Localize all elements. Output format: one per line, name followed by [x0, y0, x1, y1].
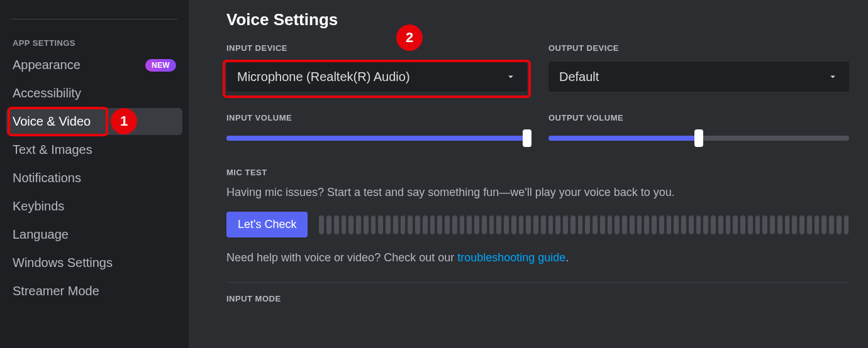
sidebar-section-header: APP SETTINGS	[6, 38, 182, 52]
sidebar-item-label: Accessibility	[13, 86, 176, 101]
output-volume-col: OUTPUT VOLUME	[548, 113, 849, 145]
output-device-value: Default	[559, 70, 827, 84]
sidebar-item-label: Notifications	[13, 171, 176, 185]
meter-bar	[326, 215, 331, 234]
meter-bar	[319, 215, 324, 234]
input-device-label: INPUT DEVICE	[226, 43, 527, 53]
output-device-select[interactable]: Default	[548, 62, 849, 92]
meter-bar	[437, 215, 442, 234]
meter-bar	[452, 215, 457, 234]
meter-bar	[799, 215, 804, 234]
meter-bar	[689, 215, 694, 234]
sidebar-item-text-images[interactable]: Text & Images	[6, 136, 182, 163]
meter-bar	[593, 215, 598, 234]
help-suffix: .	[565, 251, 569, 264]
troubleshooting-link[interactable]: troubleshooting guide	[457, 251, 565, 264]
sidebar-item-label: Voice & Video	[13, 114, 176, 129]
meter-bar	[726, 215, 731, 234]
meter-bar	[652, 215, 657, 234]
sidebar-item-streamer-mode[interactable]: Streamer Mode	[6, 278, 182, 305]
meter-bar	[348, 215, 353, 234]
meter-bar	[674, 215, 679, 234]
meter-bar	[837, 215, 842, 234]
output-volume-slider[interactable]	[548, 131, 849, 145]
meter-bar	[770, 215, 775, 234]
sidebar-item-voice-video[interactable]: Voice & Video 1	[6, 108, 182, 135]
sidebar-item-language[interactable]: Language	[6, 221, 182, 248]
meter-bar	[659, 215, 664, 234]
chevron-down-icon	[505, 71, 516, 82]
input-device-col: INPUT DEVICE Microphone (Realtek(R) Audi…	[226, 43, 527, 92]
meter-bar	[667, 215, 672, 234]
meter-bar	[703, 215, 708, 234]
sidebar: APP SETTINGS Appearance NEW Accessibilit…	[0, 0, 189, 348]
meter-bar	[755, 215, 760, 234]
meter-bar	[733, 215, 738, 234]
sidebar-item-accessibility[interactable]: Accessibility	[6, 80, 182, 107]
input-mode-label: INPUT MODE	[226, 294, 849, 303]
section-divider	[226, 282, 849, 283]
meter-bar	[401, 215, 406, 234]
slider-thumb[interactable]	[523, 129, 531, 147]
meter-bar	[519, 215, 524, 234]
meter-bar	[342, 215, 347, 234]
sidebar-item-windows-settings[interactable]: Windows Settings	[6, 249, 182, 276]
meter-bar	[777, 215, 782, 234]
meter-bar	[615, 215, 620, 234]
input-volume-slider[interactable]	[226, 131, 527, 145]
meter-bar	[622, 215, 627, 234]
sidebar-top-divider	[11, 19, 177, 19]
sidebar-item-keybinds[interactable]: Keybinds	[6, 193, 182, 220]
input-device-select[interactable]: Microphone (Realtek(R) Audio)	[226, 62, 527, 92]
sidebar-item-label: Windows Settings	[13, 256, 176, 270]
help-prefix: Need help with voice or video? Check out…	[226, 251, 457, 264]
meter-bar	[371, 215, 376, 234]
input-volume-col: INPUT VOLUME	[226, 113, 527, 145]
meter-bar	[334, 215, 339, 234]
meter-bar	[718, 215, 723, 234]
output-volume-label: OUTPUT VOLUME	[548, 113, 849, 122]
meter-bar	[526, 215, 531, 234]
meter-bar	[460, 215, 465, 234]
meter-bar	[829, 215, 834, 234]
sidebar-item-label: Appearance	[13, 58, 145, 72]
input-volume-label: INPUT VOLUME	[226, 113, 527, 122]
meter-bar	[467, 215, 472, 234]
meter-bar	[415, 215, 420, 234]
meter-bar	[807, 215, 812, 234]
meter-bar	[815, 215, 820, 234]
page-title: Voice Settings	[226, 10, 849, 30]
meter-bar	[364, 215, 369, 234]
meter-bar	[585, 215, 590, 234]
mic-test-label: MIC TEST	[226, 168, 849, 177]
sidebar-item-label: Streamer Mode	[13, 284, 176, 298]
sidebar-item-label: Keybinds	[13, 199, 176, 214]
mic-level-meter	[319, 215, 849, 234]
slider-thumb[interactable]	[694, 129, 703, 147]
meter-bar	[740, 215, 745, 234]
sidebar-item-appearance[interactable]: Appearance NEW	[6, 52, 182, 79]
meter-bar	[541, 215, 546, 234]
chevron-down-icon	[827, 71, 838, 82]
meter-bar	[563, 215, 568, 234]
meter-bar	[393, 215, 398, 234]
output-device-label: OUTPUT DEVICE	[548, 43, 849, 53]
help-text: Need help with voice or video? Check out…	[226, 251, 849, 264]
meter-bar	[785, 215, 790, 234]
meter-bar	[430, 215, 435, 234]
slider-fill	[226, 136, 527, 141]
lets-check-button[interactable]: Let's Check	[226, 212, 308, 237]
meter-bar	[762, 215, 767, 234]
meter-bar	[356, 215, 361, 234]
meter-bar	[792, 215, 797, 234]
meter-bar	[600, 215, 605, 234]
output-device-col: OUTPUT DEVICE Default	[548, 43, 849, 92]
meter-bar	[711, 215, 716, 234]
mic-test-description: Having mic issues? Start a test and say …	[226, 186, 849, 199]
meter-bar	[570, 215, 576, 234]
meter-bar	[696, 215, 701, 234]
sidebar-item-notifications[interactable]: Notifications	[6, 165, 182, 192]
mic-test-section: MIC TEST Having mic issues? Start a test…	[226, 168, 849, 264]
meter-bar	[548, 215, 554, 234]
meter-bar	[445, 215, 450, 234]
